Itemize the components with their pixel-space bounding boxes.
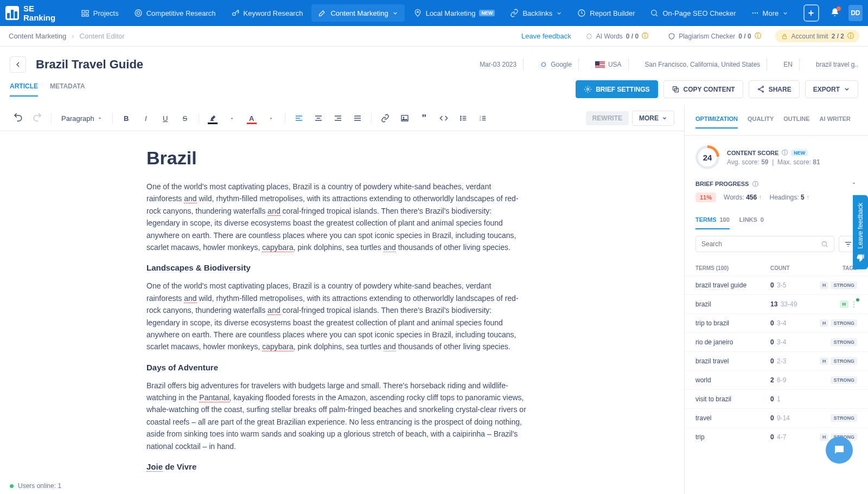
meta-country[interactable]: USA (589, 59, 629, 70)
notifications-button[interactable] (830, 8, 840, 19)
share-button[interactable]: SHARE (749, 80, 800, 98)
term-row[interactable]: brazil travel guide0 3-5HSTRONG (685, 275, 868, 294)
term-row[interactable]: brazil travel0 2-3HSTRONG (685, 351, 868, 370)
chevron-down-icon (392, 10, 398, 16)
brand-logo[interactable]: SE Ranking (5, 4, 61, 22)
text-color-dropdown[interactable] (263, 110, 279, 126)
h-tag: H (820, 281, 829, 289)
info-icon[interactable]: ⓘ (752, 181, 758, 187)
feedback-side-tab[interactable]: Leave feedback (853, 195, 868, 270)
strikethrough-button[interactable]: S (177, 110, 193, 126)
paragraph-style-select[interactable]: Paragraph (57, 112, 107, 125)
side-tab-quality[interactable]: QUALITY (748, 116, 774, 129)
term-count: 0 3-5 (770, 281, 819, 289)
tab-metadata[interactable]: METADATA (50, 82, 85, 97)
align-right-button[interactable] (330, 110, 346, 126)
nav-keyword-research[interactable]: Keyword Research (225, 4, 310, 22)
export-button[interactable]: EXPORT (805, 80, 858, 98)
doc-paragraph[interactable]: One of the world's most captivating plac… (146, 280, 526, 352)
underline-button[interactable]: U (157, 110, 174, 126)
italic-button[interactable]: I (138, 110, 154, 126)
nav-competitive-research[interactable]: Competitive Research (127, 4, 222, 22)
meta-location[interactable]: San Francisco, California, United States (639, 59, 768, 70)
spell-error[interactable]: and (384, 342, 396, 351)
term-row-menu[interactable]: ⋮ (851, 300, 857, 308)
editor-document[interactable]: Brazil One of the world's most captivati… (0, 131, 597, 494)
term-row[interactable]: visit to brazil0 1 (685, 389, 868, 408)
highlight-dropdown[interactable] (224, 110, 240, 126)
spell-error[interactable]: and (184, 194, 196, 203)
nav-backlinks[interactable]: Backlinks (503, 4, 569, 22)
bold-button[interactable]: B (118, 110, 135, 126)
terms-search-box[interactable] (695, 236, 834, 252)
rewrite-button[interactable]: REWRITE (586, 111, 629, 125)
spell-error[interactable]: and (184, 294, 196, 303)
side-tab-outline[interactable]: OUTLINE (783, 116, 809, 129)
term-row[interactable]: world2 6-9STRONG (685, 370, 868, 389)
doc-heading-3[interactable]: Days of Adventure (146, 363, 526, 372)
nav-report-builder[interactable]: Report Builder (571, 4, 641, 22)
doc-heading-3[interactable]: Joie de Vivre (146, 462, 526, 471)
links-tab[interactable]: LINKS0 (739, 216, 764, 229)
toolbar-more-button[interactable]: MORE (632, 111, 674, 126)
spell-error[interactable]: Pantanal (199, 393, 229, 402)
terms-tab[interactable]: TERMS100 (695, 216, 730, 229)
insert-image-button[interactable] (397, 110, 413, 126)
chat-icon (833, 444, 846, 457)
info-icon[interactable]: ⓘ (782, 149, 788, 157)
spell-error[interactable]: and (267, 207, 280, 216)
plagiarism-pill[interactable]: Plagiarism Checker 0 / 0 ⓘ (662, 30, 766, 42)
add-button[interactable] (803, 4, 819, 22)
term-row[interactable]: rio de janeiro0 3-4STRONG (685, 332, 868, 351)
insert-link-button[interactable] (377, 110, 393, 126)
nav-projects[interactable]: Projects (74, 4, 125, 22)
term-text: brazil travel guide (695, 281, 770, 289)
numbered-list-button[interactable]: 123 (475, 110, 491, 126)
terms-search-input[interactable] (701, 240, 816, 248)
leave-feedback-link[interactable]: Leave feedback (521, 32, 571, 40)
account-limit-pill[interactable]: Account limit 2 / 2 ⓘ (775, 30, 859, 42)
doc-heading-1[interactable]: Brazil (146, 147, 526, 169)
undo-button[interactable] (10, 110, 26, 126)
spell-error[interactable]: capybara (262, 342, 293, 351)
code-button[interactable] (436, 110, 452, 126)
highlight-color-button[interactable] (205, 110, 221, 126)
spell-error[interactable]: and (384, 243, 396, 252)
meta-search-engine[interactable]: Google (533, 59, 579, 70)
bullet-list-button[interactable] (455, 110, 471, 126)
doc-paragraph[interactable]: Brazil offers big adventures for travele… (146, 380, 526, 452)
term-row[interactable]: trip to brazil0 3-4HSTRONG (685, 313, 868, 332)
redo-button[interactable] (29, 110, 46, 126)
breadcrumb-root[interactable]: Content Marketing (9, 32, 66, 40)
ai-words-pill[interactable]: AI Words 0 / 0 ⓘ (580, 30, 654, 42)
spell-error[interactable]: and (267, 306, 280, 315)
side-tab-ai-writer[interactable]: AI WRITER (820, 116, 851, 129)
brief-collapse-toggle[interactable] (851, 180, 857, 188)
chat-widget-button[interactable] (826, 437, 853, 464)
brief-settings-button[interactable]: BRIEF SETTINGS (576, 80, 658, 98)
term-row[interactable]: brazil13 33-49H⋮ (685, 294, 868, 313)
nav-local-marketing[interactable]: Local Marketing NEW (407, 4, 502, 22)
align-justify-button[interactable] (349, 110, 366, 126)
side-tabs: OPTIMIZATION QUALITY OUTLINE AI WRITER (685, 116, 868, 136)
align-center-button[interactable] (310, 110, 327, 126)
blockquote-button[interactable]: " (416, 110, 432, 126)
tab-article[interactable]: ARTICLE (10, 82, 38, 97)
nav-content-marketing[interactable]: Content Marketing (311, 4, 404, 22)
side-tab-optimization[interactable]: OPTIMIZATION (695, 116, 738, 129)
doc-paragraph[interactable]: One of the world's most captivating plac… (146, 181, 526, 253)
meta-keyword[interactable]: brazil travel g... (809, 59, 858, 70)
nav-onpage-seo[interactable]: On-Page SEO Checker (643, 4, 742, 22)
doc-heading-3[interactable]: Landscapes & Biodiversity (146, 263, 526, 272)
nav-more[interactable]: More (745, 4, 795, 22)
back-button[interactable] (10, 56, 26, 73)
text-color-button[interactable]: A (244, 110, 260, 126)
spell-error[interactable]: capybara (262, 243, 293, 252)
align-left-button[interactable] (291, 110, 307, 126)
term-row[interactable]: travel0 9-14STRONG (685, 408, 868, 427)
spell-error[interactable]: Joie (146, 462, 163, 472)
copy-content-button[interactable]: COPY CONTENT (663, 80, 743, 98)
user-avatar[interactable]: DD (848, 5, 863, 21)
meta-language[interactable]: EN (777, 59, 800, 70)
content-score-block: 24 CONTENT SCORE ⓘ NEW Avg. score: 59 | … (685, 136, 868, 177)
